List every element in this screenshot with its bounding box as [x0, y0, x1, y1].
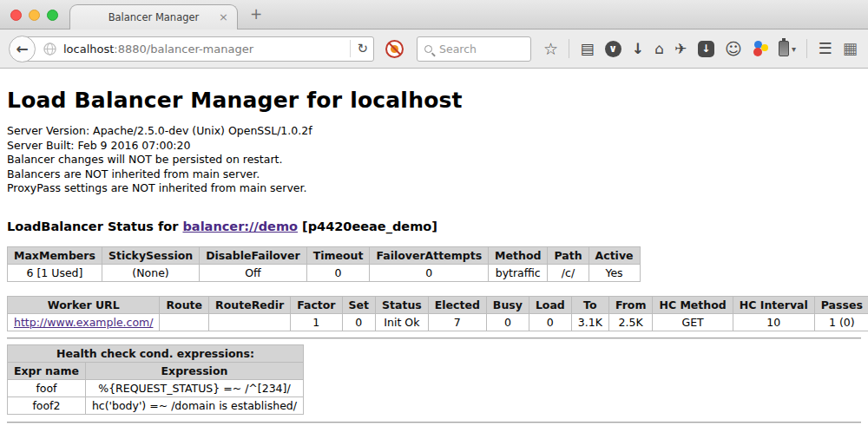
- col-to: To: [571, 296, 608, 313]
- url-divider: [350, 40, 351, 57]
- screenshot-icon[interactable]: ↓: [698, 41, 714, 57]
- tab-tiles-icon[interactable]: ▦: [843, 41, 858, 56]
- col-disablefailover: DisableFailover: [200, 246, 306, 264]
- health-check-table: Health check cond. expressions: Expr nam…: [7, 344, 304, 415]
- new-tab-button[interactable]: +: [250, 5, 262, 23]
- cell-method: bytraffic: [489, 264, 548, 281]
- browser-tab[interactable]: Balancer Manager ×: [69, 4, 238, 29]
- cell-stickysession: (None): [102, 264, 199, 281]
- cell-route: [160, 313, 209, 331]
- send-icon[interactable]: ✈: [674, 42, 687, 56]
- url-text[interactable]: localhost:8880/balancer-manager: [63, 43, 344, 56]
- page-title: Load Balancer Manager for localhost: [7, 88, 861, 113]
- page-bottom-divider: [7, 422, 861, 423]
- traffic-lights: [10, 10, 58, 21]
- url-bar[interactable]: localhost:8880/balancer-manager ↻: [22, 36, 374, 62]
- server-info: Server Version: Apache/2.5.0-dev (Unix) …: [7, 124, 861, 196]
- close-window-button[interactable]: [10, 10, 22, 21]
- col-hc-interval: HC Interval: [733, 296, 814, 313]
- cell-load: 0: [529, 313, 571, 331]
- health-title-row: Health check cond. expressions:: [8, 344, 304, 362]
- persist-note-line: Balancer changes will NOT be persisted o…: [7, 153, 861, 167]
- back-button[interactable]: ←: [9, 36, 36, 62]
- col-from: From: [608, 296, 653, 313]
- col-set: Set: [342, 296, 375, 313]
- col-status: Status: [376, 296, 429, 313]
- col-busy: Busy: [486, 296, 529, 313]
- server-built-line: Server Built: Feb 9 2016 07:00:20: [7, 139, 861, 154]
- col-route: Route: [160, 296, 209, 313]
- cell-expression: hc('body') =~ /domain is established/: [85, 397, 303, 414]
- cell-factor: 1: [291, 313, 342, 331]
- url-host: localhost: [63, 43, 114, 56]
- cell-maxmembers: 6 [1 Used]: [8, 264, 102, 281]
- cell-hc-method: GET: [653, 313, 733, 331]
- url-path: :8880/balancer-manager: [114, 43, 253, 56]
- reload-icon[interactable]: ↻: [357, 41, 368, 56]
- cell-path: /c/: [548, 264, 589, 281]
- col-timeout: Timeout: [306, 246, 370, 264]
- cell-passes: 1 (0): [814, 313, 868, 331]
- cell-busy: 0: [486, 313, 529, 331]
- cell-worker-url: http://www.example.com/: [8, 313, 160, 331]
- col-expr-name: Expr name: [8, 362, 86, 379]
- cell-set: 0: [342, 313, 375, 331]
- battery-icon: [779, 41, 789, 56]
- col-expression: Expression: [85, 362, 303, 379]
- col-routeredir: RouteRedir: [209, 296, 291, 313]
- globe-icon: [43, 43, 56, 56]
- col-factor: Factor: [291, 296, 342, 313]
- search-input[interactable]: [439, 43, 517, 56]
- battery-widget[interactable]: ▾: [779, 41, 796, 56]
- table-row: http://www.example.com/ 1 0 Init Ok 7 0 …: [8, 313, 868, 331]
- cell-disablefailover: Off: [200, 264, 306, 281]
- worker-url-link[interactable]: http://www.example.com/: [14, 316, 153, 329]
- worker-table: Worker URL Route RouteRedir Factor Set S…: [7, 296, 868, 331]
- col-path: Path: [548, 246, 589, 264]
- col-maxmembers: MaxMembers: [8, 246, 102, 264]
- inherit-note-line: Balancers are NOT inherited from main se…: [7, 167, 861, 182]
- balancer-status-heading: LoadBalancer Status for balancer://demo …: [7, 220, 861, 233]
- col-worker-url: Worker URL: [8, 296, 160, 313]
- feedback-smiley-icon[interactable]: ☺: [725, 41, 742, 57]
- balancer-link[interactable]: balancer://demo: [182, 220, 298, 233]
- status-heading-prefix: LoadBalancer Status for: [7, 220, 182, 233]
- toolbar-divider: [806, 39, 807, 58]
- minimize-window-button[interactable]: [29, 10, 40, 21]
- adblock-icon[interactable]: [385, 40, 404, 58]
- zoom-window-button[interactable]: [47, 10, 58, 21]
- cell-timeout: 0: [306, 264, 370, 281]
- cell-status: Init Ok: [376, 313, 429, 331]
- section-divider: [7, 338, 861, 339]
- bookmark-star-icon[interactable]: ☆: [543, 41, 558, 57]
- downloads-icon[interactable]: ↓: [632, 42, 644, 56]
- chevron-down-icon[interactable]: ▾: [792, 44, 796, 54]
- pocket-icon[interactable]: ∨: [605, 41, 621, 57]
- table-row: foof2 hc('body') =~ /domain is establish…: [8, 397, 304, 414]
- balancer-header-row: MaxMembers StickySession DisableFailover…: [8, 246, 641, 264]
- balancer-table: MaxMembers StickySession DisableFailover…: [7, 246, 641, 282]
- tab-title: Balancer Manager: [108, 11, 200, 23]
- server-version-line: Server Version: Apache/2.5.0-dev (Unix) …: [7, 124, 861, 139]
- cell-from: 2.5K: [608, 313, 653, 331]
- cell-expression: %{REQUEST_STATUS} =~ /^[234]/: [85, 379, 303, 397]
- toolbar-icons: ☆ ▤ ∨ ↓ ⌂ ✈ ↓ ☺ ▾ ☰ ▦: [543, 39, 859, 58]
- extension-dots-icon[interactable]: [753, 41, 768, 56]
- menu-hamburger-icon[interactable]: ☰: [819, 41, 832, 56]
- reading-list-icon[interactable]: ▤: [580, 42, 594, 56]
- tab-close-icon[interactable]: ×: [219, 10, 228, 23]
- toolbar-divider: [569, 39, 569, 58]
- col-hc-method: HC Method: [653, 296, 733, 313]
- cell-hc-interval: 10: [733, 313, 814, 331]
- window-titlebar: Balancer Manager × +: [0, 0, 868, 29]
- cell-expr-name: foof2: [8, 397, 86, 414]
- home-icon[interactable]: ⌂: [654, 42, 664, 56]
- cell-to: 3.1K: [571, 313, 608, 331]
- cell-routeredir: [209, 313, 291, 331]
- search-icon: [424, 45, 432, 53]
- col-stickysession: StickySession: [102, 246, 199, 264]
- cell-active: Yes: [589, 264, 640, 281]
- worker-header-row: Worker URL Route RouteRedir Factor Set S…: [8, 296, 868, 313]
- table-row: foof %{REQUEST_STATUS} =~ /^[234]/: [8, 379, 304, 397]
- search-box[interactable]: [417, 36, 531, 62]
